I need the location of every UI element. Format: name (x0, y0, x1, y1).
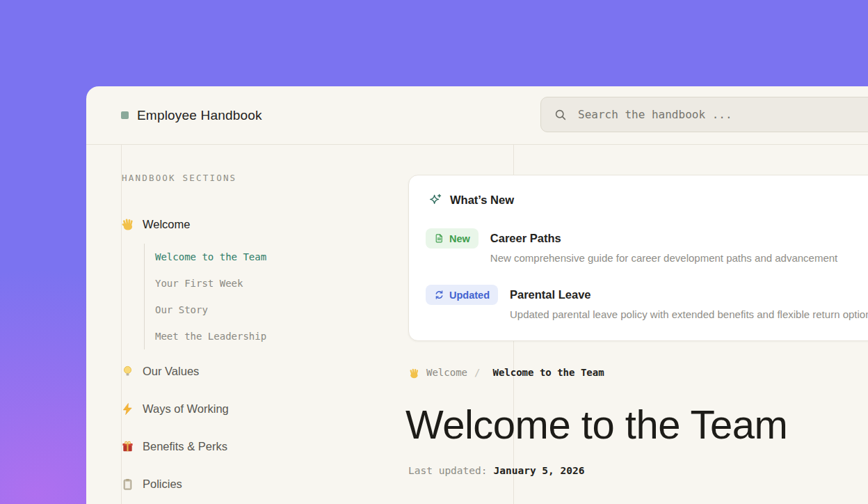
main-area: HANDBOOK SECTIONS Welcome Welcome to the… (86, 145, 868, 504)
last-updated: Last updated: January 5, 2026 (408, 464, 584, 478)
whats-new-item-career-paths[interactable]: New Career Paths New comprehensive guide… (426, 228, 837, 264)
breadcrumb: Welcome / Welcome to the Team (408, 365, 604, 379)
sidebar-item-benefits-perks[interactable]: Benefits & Perks (121, 433, 227, 459)
sidebar-item-label: Benefits & Perks (143, 440, 227, 453)
refresh-icon (434, 290, 444, 300)
updated-badge: Updated (426, 285, 498, 305)
last-updated-value: January 5, 2026 (494, 465, 585, 476)
whats-new-item-description: Updated parental leave policy with exten… (510, 308, 868, 320)
whats-new-title: What’s New (450, 194, 514, 207)
whats-new-item-title: Parental Leave (510, 285, 868, 305)
app-title: Employee Handbook (137, 108, 262, 123)
sidebar-subitem-welcome-to-the-team[interactable]: Welcome to the Team (155, 244, 266, 270)
app-brand: Employee Handbook (121, 86, 262, 144)
document-icon (434, 233, 444, 244)
sidebar-item-welcome[interactable]: Welcome (121, 211, 190, 237)
breadcrumb-separator: / (474, 367, 480, 378)
app-header: Employee Handbook (86, 86, 868, 145)
search-icon (554, 108, 568, 122)
whats-new-item-text: Career Paths New comprehensive guide for… (490, 228, 837, 264)
wave-icon (408, 367, 419, 378)
sidebar-item-label: Ways of Working (143, 402, 229, 416)
app-logo-icon (121, 111, 129, 119)
sidebar-item-policies[interactable]: Policies (121, 471, 182, 497)
sidebar-item-label: Our Values (143, 365, 199, 378)
wave-icon (121, 218, 134, 231)
sidebar-subitem-meet-the-leadership[interactable]: Meet the Leadership (155, 323, 266, 349)
sidebar-item-our-values[interactable]: Our Values (121, 358, 199, 384)
badge-label: Updated (449, 290, 490, 301)
whats-new-item-title: Career Paths (490, 228, 837, 249)
badge-label: New (449, 233, 470, 244)
lightbulb-icon (121, 365, 134, 378)
sidebar-item-label: Welcome (143, 218, 190, 231)
sidebar-item-label: Policies (143, 478, 182, 491)
whats-new-item-text: Parental Leave Updated parental leave po… (510, 285, 868, 320)
whats-new-item-description: New comprehensive guide for career devel… (490, 252, 837, 264)
whats-new-card: What’s New New Career Paths New comprehe… (408, 175, 868, 341)
sparkle-icon (428, 193, 442, 207)
search-input[interactable] (577, 107, 868, 122)
breadcrumb-section[interactable]: Welcome (426, 367, 467, 378)
whats-new-header: What’s New (428, 193, 514, 207)
gift-icon (121, 440, 134, 453)
handbook-window: Employee Handbook HANDBOOK SECTIONS (86, 86, 868, 504)
last-updated-label: Last updated: (408, 465, 488, 476)
page-title: Welcome to the Team (405, 402, 787, 447)
whats-new-item-parental-leave[interactable]: Updated Parental Leave Updated parental … (426, 285, 868, 320)
new-badge: New (426, 228, 479, 249)
sidebar-subnav-welcome: Welcome to the Team Your First Week Our … (144, 244, 266, 349)
lightning-bolt-icon (121, 402, 134, 416)
sidebar-subitem-your-first-week[interactable]: Your First Week (155, 270, 266, 297)
sidebar-item-ways-of-working[interactable]: Ways of Working (121, 395, 229, 422)
sidebar-section-label: HANDBOOK SECTIONS (122, 173, 236, 183)
breadcrumb-current: Welcome to the Team (492, 367, 604, 378)
search-box[interactable] (540, 97, 868, 132)
sidebar-subitem-our-story[interactable]: Our Story (155, 297, 266, 323)
clipboard-icon (121, 478, 134, 491)
